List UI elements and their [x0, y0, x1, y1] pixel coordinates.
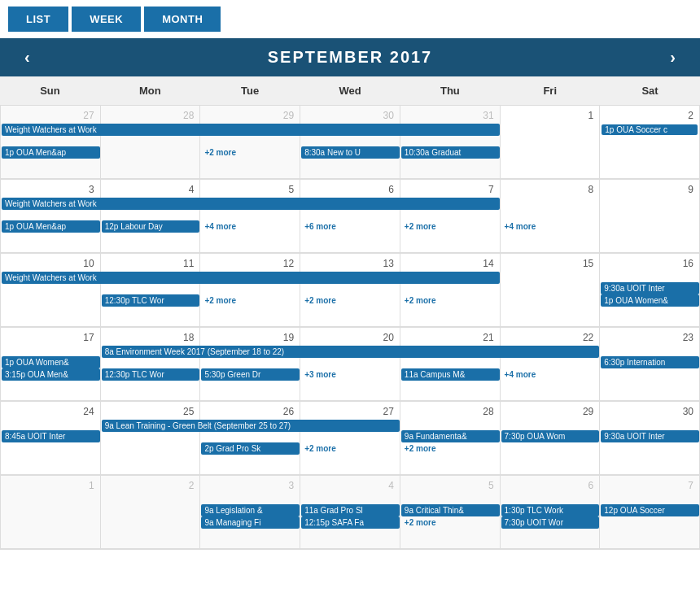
day-header-wed: Wed	[300, 76, 400, 105]
span-event-3[interactable]: +4 more	[201, 220, 300, 233]
day-cell-1-1[interactable]: 4	[101, 180, 201, 253]
span-event-5[interactable]: 9:30a UOIT Inter	[601, 282, 699, 294]
day-number: 24	[2, 403, 98, 420]
event[interactable]: 1p OUA Soccer c	[602, 124, 698, 135]
calendar-header: ‹ SEPTEMBER 2017 ›	[0, 38, 700, 76]
span-event-0[interactable]: Weight Watchers at Work	[2, 124, 500, 136]
span-event-2[interactable]: 9a Fundamenta&	[401, 430, 500, 442]
top-nav: LIST WEEK MONTH	[0, 0, 700, 38]
day-number: 21	[402, 329, 498, 346]
day-cell-2-0[interactable]: 10	[1, 254, 101, 327]
span-event-0[interactable]: 1p OUA Women&	[2, 356, 100, 368]
span-event-0[interactable]: 8:45a UOIT Inter	[2, 430, 100, 442]
day-cell-1-0[interactable]: 3	[1, 180, 101, 253]
span-event-2[interactable]: +2 more	[201, 294, 300, 307]
span-event-0[interactable]: Weight Watchers at Work	[2, 198, 500, 210]
calendar-container: LIST WEEK MONTH ‹ SEPTEMBER 2017 › SunMo…	[0, 0, 700, 550]
day-cell-5-0[interactable]: 1	[1, 476, 101, 549]
day-number: 15	[502, 255, 598, 272]
week-row-4: 242526272829308:45a UOIT Inter9a Lean Tr…	[0, 402, 700, 476]
day-cell-0-3[interactable]: 30	[300, 106, 400, 179]
span-event-2[interactable]: 8a Environment Week 2017 (September 18 t…	[102, 346, 600, 358]
day-cell-0-0[interactable]: 27	[1, 106, 101, 179]
week-button[interactable]: WEEK	[72, 7, 141, 32]
day-cell-3-4[interactable]: 21	[400, 328, 501, 401]
day-number: 2	[103, 477, 199, 494]
span-event-3[interactable]: 8:30a New to U	[301, 146, 400, 159]
span-event-1[interactable]: 1p OUA Men&ap	[2, 220, 100, 233]
span-event-7[interactable]: +2 more	[401, 442, 500, 455]
span-event-5[interactable]: +3 more	[301, 368, 400, 381]
day-number: 23	[602, 329, 698, 346]
day-number: 7	[602, 477, 698, 494]
day-cell-2-4[interactable]: 14	[400, 254, 501, 327]
day-headers: SunMonTueWedThuFriSat	[0, 76, 700, 106]
day-cell-0-6[interactable]: 21p OUA Soccer c	[600, 106, 700, 179]
day-cell-4-3[interactable]: 27	[300, 402, 400, 475]
span-event-3[interactable]: 7:30p OUA Wom	[501, 430, 600, 442]
day-cell-2-2[interactable]: 12	[200, 254, 300, 327]
span-event-3[interactable]: 12:30p TLC Wor	[102, 368, 200, 381]
day-cell-5-1[interactable]: 2	[101, 476, 201, 549]
span-event-4[interactable]: 9a Critical Thin&	[401, 504, 500, 516]
day-cell-3-2[interactable]: 19	[200, 328, 300, 401]
day-cell-1-3[interactable]: 6	[300, 180, 400, 253]
span-event-6[interactable]: 11a Campus M&	[401, 368, 500, 381]
span-event-5[interactable]: +2 more	[401, 516, 500, 529]
span-event-1[interactable]: 3:15p OUA Men&	[2, 368, 100, 381]
day-number: 29	[502, 403, 598, 420]
day-cell-0-1[interactable]: 28	[101, 106, 201, 179]
span-event-3[interactable]: 12:15p SAFA Fa	[301, 516, 400, 529]
span-event-4[interactable]: +6 more	[301, 220, 400, 233]
day-number: 30	[302, 107, 398, 124]
day-cell-0-5[interactable]: 1	[501, 106, 601, 179]
span-event-2[interactable]: 11a Grad Pro Sl	[301, 504, 400, 516]
day-cell-1-2[interactable]: 5	[200, 180, 300, 253]
day-number: 29	[202, 107, 298, 124]
span-event-3[interactable]: +2 more	[301, 294, 400, 307]
span-event-2[interactable]: +2 more	[201, 146, 300, 159]
day-cell-3-3[interactable]: 20	[300, 328, 400, 401]
next-month-button[interactable]: ›	[662, 48, 684, 67]
day-cell-1-4[interactable]: 7	[400, 180, 501, 253]
span-event-5[interactable]: +2 more	[401, 220, 500, 233]
span-event-1[interactable]: 9a Managing Fi	[201, 516, 300, 529]
day-cell-3-5[interactable]: 22	[501, 328, 601, 401]
span-event-4[interactable]: 9:30a UOIT Inter	[601, 430, 699, 442]
day-cell-1-6[interactable]: 9	[600, 180, 700, 253]
span-event-1[interactable]: 12:30p TLC Wor	[102, 294, 200, 307]
span-event-8[interactable]: 6:30p Internation	[601, 356, 699, 368]
span-event-6[interactable]: 1:30p TLC Work	[501, 504, 600, 516]
span-event-1[interactable]: 1p OUA Men&ap	[2, 146, 100, 159]
day-cell-4-1[interactable]: 25	[101, 402, 201, 475]
span-event-0[interactable]: Weight Watchers at Work	[2, 272, 500, 284]
day-number: 11	[103, 255, 199, 272]
month-button[interactable]: MONTH	[144, 7, 221, 32]
day-number: 4	[302, 477, 398, 494]
span-event-5[interactable]: 2p Grad Pro Sk	[201, 442, 300, 455]
span-event-2[interactable]: 12p Labour Day	[102, 220, 200, 233]
day-cell-1-5[interactable]: 8	[501, 180, 601, 253]
span-event-7[interactable]: 7:30p UOIT Wor	[501, 516, 600, 529]
day-cell-4-2[interactable]: 26	[200, 402, 300, 475]
day-cell-2-5[interactable]: 15	[501, 254, 601, 327]
span-event-0[interactable]: 9a Legislation &	[201, 504, 300, 516]
day-cell-3-1[interactable]: 18	[101, 328, 201, 401]
span-event-8[interactable]: 12p OUA Soccer	[601, 504, 699, 516]
day-cell-2-1[interactable]: 11	[101, 254, 201, 327]
span-event-6[interactable]: +2 more	[301, 442, 400, 455]
prev-month-button[interactable]: ‹	[16, 48, 38, 67]
day-cell-0-4[interactable]: 31	[400, 106, 501, 179]
span-event-7[interactable]: +4 more	[501, 368, 600, 381]
day-header-sun: Sun	[0, 76, 100, 105]
span-event-4[interactable]: 5:30p Green Dr	[201, 368, 300, 381]
span-event-4[interactable]: 10:30a Graduat	[401, 146, 500, 159]
span-event-6[interactable]: 1p OUA Women&	[601, 294, 699, 307]
span-event-1[interactable]: 9a Lean Training - Green Belt (September…	[102, 420, 400, 432]
span-event-4[interactable]: +2 more	[401, 294, 500, 307]
day-cell-2-3[interactable]: 13	[300, 254, 400, 327]
day-cell-0-2[interactable]: 29	[200, 106, 300, 179]
list-button[interactable]: LIST	[8, 7, 68, 32]
span-event-6[interactable]: +4 more	[501, 220, 600, 233]
day-header-thu: Thu	[400, 76, 500, 105]
